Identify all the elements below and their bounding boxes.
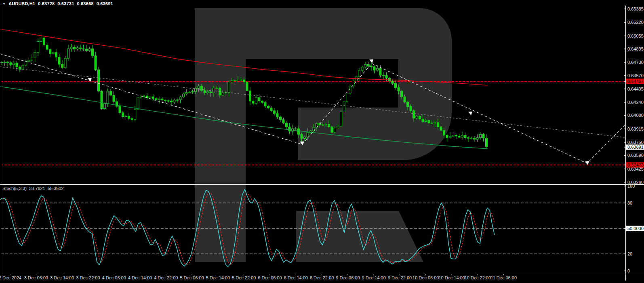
time-tick-label: 5 Dec 22:00 — [232, 275, 256, 280]
price-tick-label: 0.63915 — [627, 127, 644, 131]
price-tick-label: 0.65220 — [627, 20, 644, 25]
mt4-chart-window: ▼AUDUSD,H10.637280.637310.636680.63691 S… — [0, 0, 644, 283]
time-tick-label: 9 Dec 06:00 — [336, 275, 360, 280]
price-tick-label: 0.64730 — [627, 60, 644, 65]
chart-plot-area[interactable] — [0, 0, 644, 283]
support-price-label: 0.63473 — [626, 162, 644, 167]
time-tick-label: 9 Dec 14:00 — [362, 275, 386, 280]
time-axis[interactable]: 2 Dec 20243 Dec 06:003 Dec 14:003 Dec 22… — [0, 274, 644, 283]
time-tick-label: 4 Dec 06:00 — [102, 275, 126, 280]
price-tick-label: 0.65055 — [627, 34, 644, 38]
stoch-level-label: 20 — [627, 251, 632, 256]
price-tick-label: 0.65385 — [627, 6, 644, 11]
price-tick-label: 0.64080 — [627, 113, 644, 118]
price-tick-label: 0.64240 — [627, 100, 644, 105]
time-tick-label: 3 Dec 22:00 — [76, 275, 100, 280]
stoch-signal-value: 55.3502 — [48, 186, 64, 191]
stoch-level-label: 100 — [627, 184, 635, 188]
symbol-dropdown-icon[interactable]: ▼ — [2, 2, 6, 6]
time-tick-label: 3 Dec 06:00 — [24, 275, 48, 280]
current-price-label: 0.63691 — [626, 144, 644, 150]
time-tick-label: 5 Dec 14:00 — [206, 275, 230, 280]
time-tick-label: 10 Dec 14:00 — [438, 275, 465, 280]
symbol-timeframe-label: AUDUSD,H1 — [8, 1, 35, 6]
time-tick-label: 6 Dec 14:00 — [284, 275, 308, 280]
stoch-level-label: 80 — [627, 201, 632, 205]
price-tick-label: 0.63750 — [627, 140, 644, 145]
time-tick-label: 3 Dec 14:00 — [50, 275, 74, 280]
ohlc-high: 0.63731 — [57, 1, 74, 6]
resistance-price-label: 0.64497 — [626, 79, 644, 84]
time-tick-label: 4 Dec 14:00 — [128, 275, 152, 280]
ohlc-low: 0.63668 — [77, 1, 93, 6]
price-tick-label: 0.64895 — [627, 46, 644, 51]
stochastic-indicator-label: Stoch(5,3,3)33.762155.3502 — [2, 186, 66, 191]
stoch-level-label: 50.0000 — [626, 226, 644, 231]
time-tick-label: 9 Dec 22:00 — [388, 275, 412, 280]
stoch-level-label: 0 — [627, 268, 630, 273]
price-tick-label: 0.64405 — [627, 87, 644, 91]
stoch-main-value: 33.7621 — [29, 186, 45, 191]
price-tick-label: 0.63590 — [627, 153, 644, 158]
ohlc-close: 0.63691 — [97, 1, 113, 6]
time-tick-label: 10 Dec 06:00 — [412, 275, 439, 280]
stoch-name: Stoch(5,3,3) — [2, 186, 27, 191]
time-tick-label: 2 Dec 2024 — [0, 275, 21, 280]
price-tick-label: 0.64570 — [627, 73, 644, 78]
time-tick-label: 10 Dec 22:00 — [465, 275, 491, 280]
chart-title-bar: ▼AUDUSD,H10.637280.637310.636680.63691 — [2, 1, 113, 6]
price-axis[interactable]: 0.653850.652200.650550.648950.647300.645… — [626, 0, 644, 283]
ohlc-open: 0.63728 — [38, 1, 55, 6]
time-tick-label: 6 Dec 06:00 — [258, 275, 282, 280]
time-tick-label: 5 Dec 06:00 — [180, 275, 204, 280]
time-tick-label: 11 Dec 06:00 — [490, 275, 517, 280]
time-tick-label: 4 Dec 22:00 — [154, 275, 178, 280]
time-tick-label: 6 Dec 22:00 — [310, 275, 334, 280]
